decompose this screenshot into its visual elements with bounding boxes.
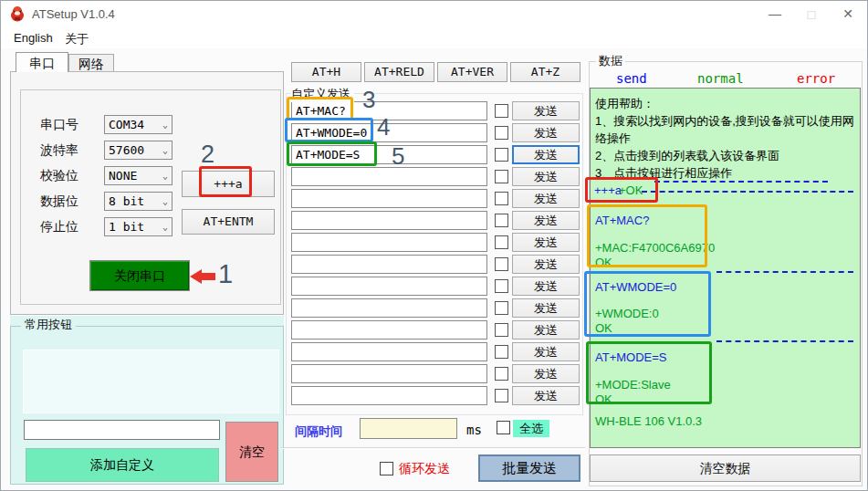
custom-command-field[interactable]	[291, 233, 487, 252]
row-checkbox[interactable]	[495, 257, 508, 271]
serial-field-select[interactable]: COM34⌄	[104, 115, 173, 134]
clear-button[interactable]: 清空	[225, 422, 278, 482]
send-button[interactable]: 发送	[512, 255, 580, 274]
custom-command-field[interactable]	[291, 277, 487, 296]
row-checkbox[interactable]	[495, 389, 508, 402]
interval-time-label: 间隔时间	[295, 423, 342, 440]
chevron-down-icon: ⌄	[162, 120, 168, 130]
custom-send-row: 发送	[291, 277, 583, 296]
custom-command-field[interactable]	[291, 342, 487, 361]
interval-time-input[interactable]	[360, 418, 457, 439]
send-button[interactable]: 发送	[512, 123, 580, 142]
tab-network[interactable]: 网络	[68, 54, 114, 72]
menu-bar: English 关于	[1, 26, 867, 48]
custom-command-field[interactable]	[291, 145, 487, 164]
tab-serial[interactable]: 串口	[16, 52, 68, 72]
send-button[interactable]: 发送	[512, 364, 580, 383]
app-window: ATSetup V1.0.4 — ◻ ✕ English 关于 串口 网络 串口…	[0, 0, 868, 491]
row-checkbox[interactable]	[495, 148, 508, 162]
log-separator	[716, 340, 853, 342]
custom-command-field[interactable]	[291, 298, 487, 318]
serial-field-value: 8 bit	[109, 194, 144, 208]
row-checkbox[interactable]	[495, 235, 508, 249]
row-checkbox[interactable]	[495, 301, 508, 315]
select-all-label: 全选	[513, 420, 549, 437]
serial-field-select[interactable]: 1 bit⌄	[104, 217, 173, 236]
serial-field-label: 串口号	[40, 117, 78, 133]
send-button[interactable]: 发送	[512, 189, 580, 208]
add-custom-button[interactable]: 添加自定义	[26, 448, 219, 482]
send-button[interactable]: 发送	[512, 145, 580, 164]
custom-command-field[interactable]	[291, 189, 487, 208]
custom-command-field[interactable]	[291, 320, 487, 340]
common-buttons-list[interactable]	[23, 350, 279, 413]
custom-command-field[interactable]	[291, 364, 487, 383]
at-entm-button[interactable]: AT+ENTM	[182, 209, 275, 235]
quick-command-button[interactable]: AT+VER	[437, 62, 507, 82]
maximize-button[interactable]: ◻	[796, 1, 827, 26]
send-button[interactable]: 发送	[512, 342, 580, 361]
plus-a-button[interactable]: +++a	[182, 171, 275, 197]
annotation-arrow-close-port	[190, 269, 215, 284]
custom-send-row: 发送	[291, 364, 583, 383]
row-checkbox[interactable]	[495, 104, 508, 118]
custom-command-field[interactable]	[291, 211, 487, 230]
close-serial-port-button[interactable]: 关闭串口	[89, 260, 190, 291]
custom-send-row: 发送	[291, 320, 583, 340]
send-button[interactable]: 发送	[512, 211, 580, 230]
legend-normal: normal	[697, 71, 744, 86]
custom-command-field[interactable]	[291, 386, 487, 405]
menu-item-about[interactable]: 关于	[59, 29, 94, 49]
row-checkbox[interactable]	[495, 170, 508, 183]
custom-send-row: 发送	[291, 233, 583, 252]
log-line: +MAC:F4700C6A6970	[595, 241, 715, 255]
quick-command-button[interactable]: AT+H	[291, 62, 361, 82]
row-checkbox[interactable]	[495, 279, 508, 293]
custom-command-field[interactable]	[291, 167, 487, 186]
menu-item-english[interactable]: English	[8, 29, 58, 47]
row-checkbox[interactable]	[495, 345, 508, 359]
chevron-down-icon: ⌄	[162, 196, 168, 206]
custom-command-field[interactable]	[291, 255, 487, 274]
log-line: 3、点击按钮进行相应操作	[595, 165, 732, 182]
serial-field-select[interactable]: 57600⌄	[104, 141, 173, 160]
legend-error: error	[797, 71, 835, 86]
serial-field-select[interactable]: NONE⌄	[104, 166, 173, 185]
data-log-area[interactable]: 使用帮助：1、搜索以找到网内的设备,搜到设备就可以使用网络操作2、点击搜到的列表…	[590, 88, 861, 448]
serial-field-select[interactable]: 8 bit⌄	[104, 192, 173, 211]
select-all-checkbox[interactable]	[497, 421, 510, 434]
custom-send-row: 发送	[291, 255, 583, 274]
send-button[interactable]: 发送	[512, 167, 580, 186]
custom-send-row: 发送	[291, 386, 583, 405]
send-button[interactable]: 发送	[512, 320, 580, 340]
row-checkbox[interactable]	[495, 214, 508, 227]
row-checkbox[interactable]	[495, 192, 508, 205]
log-line: +++a	[594, 183, 622, 197]
minimize-button[interactable]: —	[759, 1, 790, 26]
send-button[interactable]: 发送	[512, 386, 580, 405]
log-separator	[654, 181, 828, 183]
row-checkbox[interactable]	[495, 126, 508, 140]
custom-send-row: 发送	[291, 101, 583, 120]
batch-send-button[interactable]: 批量发送	[478, 454, 580, 482]
send-button[interactable]: 发送	[512, 233, 580, 252]
loop-send-checkbox[interactable]	[380, 462, 393, 475]
row-checkbox[interactable]	[495, 323, 508, 337]
serial-field-label: 数据位	[40, 193, 78, 210]
quick-command-button[interactable]: AT+Z	[510, 62, 580, 82]
row-checkbox[interactable]	[495, 367, 508, 381]
log-line: OK	[595, 321, 612, 335]
log-separator	[642, 191, 853, 193]
send-button[interactable]: 发送	[512, 277, 580, 296]
send-button[interactable]: 发送	[512, 101, 580, 120]
quick-command-button[interactable]: AT+RELD	[364, 62, 434, 82]
common-buttons-group: 常用按钮 清空 添加自定义	[10, 316, 284, 485]
close-button[interactable]: ✕	[832, 1, 863, 26]
annotation-number-4: 4	[377, 113, 390, 141]
custom-command-input[interactable]	[24, 420, 220, 440]
log-line: +MODE:Slave	[595, 378, 671, 392]
clear-data-button[interactable]: 清空数据	[590, 454, 861, 482]
send-button[interactable]: 发送	[512, 298, 580, 318]
log-line: OK	[595, 392, 612, 406]
custom-send-row: 发送	[291, 145, 583, 164]
